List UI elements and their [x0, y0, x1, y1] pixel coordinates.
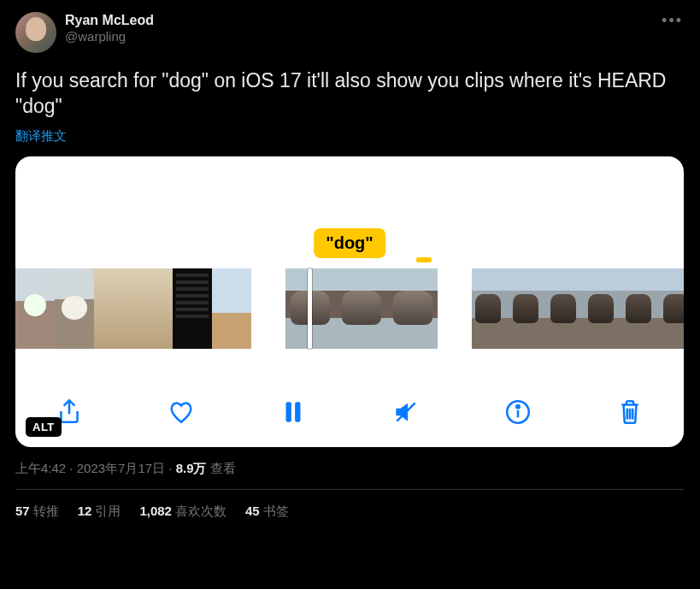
more-icon[interactable]: ••• [662, 12, 683, 30]
media-card[interactable]: "dog" [15, 156, 684, 447]
svg-point-4 [516, 405, 519, 408]
clip-group-1 [15, 268, 251, 349]
author-names[interactable]: Ryan McLeod @warpling [65, 12, 154, 45]
thumbnail [660, 268, 684, 349]
avatar[interactable] [15, 12, 56, 53]
tweet-text: If you search for "dog" on iOS 17 it'll … [15, 68, 685, 120]
pill-marker [416, 257, 432, 262]
stat-quotes[interactable]: 12引用 [78, 504, 121, 520]
media-toolbar [15, 396, 684, 428]
info-icon[interactable] [502, 396, 534, 428]
divider [15, 489, 684, 490]
meta-time[interactable]: 上午4:42 [15, 461, 66, 475]
thumbnail [509, 268, 547, 349]
views-count: 8.9万 [176, 461, 207, 475]
thumbnail [547, 268, 585, 349]
tweet: Ryan McLeod @warpling ••• If you search … [0, 0, 700, 532]
heart-icon[interactable] [165, 396, 197, 428]
thumbnail [212, 268, 251, 349]
thumbnail [173, 268, 212, 349]
thumbnail [337, 268, 388, 349]
tweet-header: Ryan McLeod @warpling [15, 12, 685, 53]
trash-icon[interactable] [614, 396, 646, 428]
tweet-meta: 上午4:42 · 2023年7月17日 · 8.9万 查看 [15, 461, 685, 477]
thumbnail [15, 268, 55, 349]
thumbnail [94, 268, 133, 349]
search-pill: "dog" [314, 228, 385, 258]
handle: @warpling [65, 29, 154, 45]
pause-icon[interactable] [277, 396, 309, 428]
alt-badge[interactable]: ALT [26, 417, 62, 437]
timeline-strip[interactable] [15, 268, 684, 349]
thumbnail [585, 268, 622, 349]
clip-group-3 [472, 268, 684, 349]
views-label: 查看 [210, 461, 236, 475]
thumbnail [472, 268, 509, 349]
clip-gap [438, 268, 472, 349]
stat-likes[interactable]: 1,082喜欢次数 [139, 504, 226, 520]
stat-retweets[interactable]: 57转推 [15, 504, 59, 520]
translate-link[interactable]: 翻译推文 [15, 128, 685, 144]
clip-gap [251, 268, 285, 349]
thumbnail [388, 268, 438, 349]
stat-bookmarks[interactable]: 45书签 [245, 504, 289, 520]
thumbnail [133, 268, 173, 349]
svg-rect-0 [286, 402, 291, 421]
display-name: Ryan McLeod [65, 12, 154, 29]
playhead[interactable] [308, 268, 312, 349]
svg-rect-1 [296, 402, 301, 421]
thumbnail [55, 268, 94, 349]
mute-icon[interactable] [390, 396, 422, 428]
meta-date[interactable]: 2023年7月17日 [77, 461, 165, 475]
tweet-stats: 57转推 12引用 1,082喜欢次数 45书签 [15, 504, 685, 520]
thumbnail [622, 268, 660, 349]
